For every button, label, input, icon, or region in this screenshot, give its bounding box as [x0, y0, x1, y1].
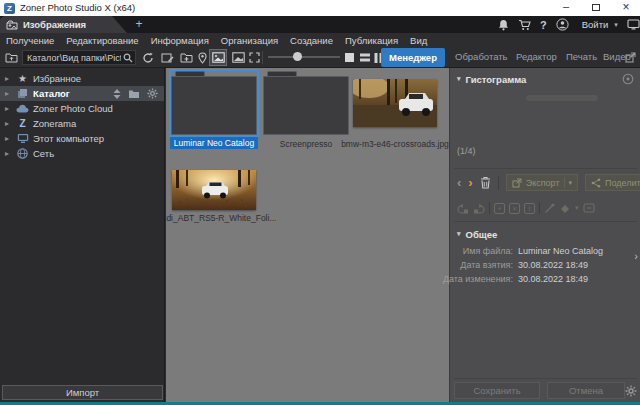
- export-split: [564, 177, 565, 188]
- login-button[interactable]: Войти: [582, 19, 609, 30]
- panel-scroll-arrow-icon[interactable]: ›: [634, 250, 638, 262]
- tree-expand-icon[interactable]: ▸: [5, 134, 12, 143]
- folder-thumb-screenpresso[interactable]: [263, 71, 349, 135]
- maximize-button[interactable]: [582, 0, 610, 16]
- refresh-icon[interactable]: [140, 50, 155, 65]
- histogram-title: Гистограмма: [466, 74, 527, 85]
- second-display-icon[interactable]: [627, 19, 640, 30]
- label-caret-icon[interactable]: ▾: [575, 204, 579, 212]
- sidebar-item-zoner-photo-cloud[interactable]: ▸ Zoner Photo Cloud: [0, 101, 164, 116]
- path-search-input[interactable]: [22, 50, 136, 65]
- sidebar-item-network[interactable]: ▸ Сеть: [0, 146, 164, 161]
- image-thumb-bmw[interactable]: [353, 79, 437, 127]
- export-button[interactable]: Экспорт ▾: [506, 174, 578, 191]
- cancel-button[interactable]: Отмена: [547, 382, 625, 399]
- tree-expand-icon[interactable]: ▸: [5, 104, 12, 113]
- tree-expand-icon[interactable]: ▸: [5, 149, 12, 158]
- folder-thumb-luminar-neo-catalog[interactable]: [171, 71, 257, 135]
- menu-acquire[interactable]: Получение: [0, 35, 60, 46]
- menu-publish[interactable]: Публикация: [339, 35, 404, 46]
- new-tab-button[interactable]: +: [132, 17, 146, 32]
- computer-icon: [16, 133, 29, 144]
- thumbnail-size-slider-knob[interactable]: [293, 52, 302, 61]
- panel-edit-bar: + × i ▾: [457, 202, 595, 214]
- rotate-right-icon[interactable]: [473, 203, 485, 214]
- rotate-left-icon[interactable]: [457, 203, 469, 214]
- trash-icon[interactable]: [480, 176, 491, 189]
- browser-view-icon[interactable]: [209, 49, 227, 66]
- histogram-page-indicator: (1/4): [457, 146, 476, 156]
- fit-view-icon[interactable]: [247, 50, 261, 65]
- menu-create[interactable]: Создание: [284, 35, 339, 46]
- login-caret-icon[interactable]: ▾: [614, 21, 618, 29]
- mode-tab-editor[interactable]: Редактор: [516, 51, 557, 62]
- sidebar-item-this-computer[interactable]: ▸ Этот компьютер: [0, 131, 164, 146]
- menu-view[interactable]: Вид: [404, 35, 433, 46]
- sidebar-item-favorites[interactable]: ▸ ★ Избранное: [0, 71, 164, 86]
- export-caret-icon[interactable]: ▾: [569, 179, 573, 187]
- audi-photo: [172, 170, 256, 210]
- general-section-header[interactable]: ▾ Общее: [450, 226, 640, 242]
- next-icon[interactable]: ›: [468, 175, 472, 190]
- folder-settings-icon[interactable]: [128, 89, 140, 99]
- menu-information[interactable]: Информация: [145, 35, 215, 46]
- copy-add-icon[interactable]: +: [494, 203, 505, 214]
- histogram-section-header[interactable]: ▾ Гистограмма: [450, 71, 640, 87]
- info-panel: ▾ Гистограмма (1/4) ‹ › Экспорт ▾: [449, 68, 640, 402]
- picker-icon[interactable]: [544, 203, 555, 214]
- menu-edit[interactable]: Редактирование: [60, 35, 144, 46]
- preview-icon[interactable]: [230, 50, 246, 65]
- panel-separator: [454, 168, 637, 169]
- collapse-caret-icon[interactable]: ▾: [457, 75, 461, 83]
- tree-expand-icon[interactable]: ▸: [5, 74, 12, 83]
- info-label: Дата изменения:: [443, 274, 513, 284]
- map-pin-icon[interactable]: [196, 50, 208, 65]
- thumbnail-size-slider-track[interactable]: [268, 56, 340, 58]
- notifications-bell-icon[interactable]: [498, 19, 509, 31]
- tab-images[interactable]: Изображения: [0, 16, 127, 33]
- document-tab-bar: Изображения + ? Войти ▾ ▾: [0, 16, 640, 33]
- folder-up-icon[interactable]: [4, 50, 19, 65]
- mode-tab-manager[interactable]: Менеджер: [381, 48, 445, 67]
- mode-tab-develop[interactable]: Обработать: [455, 51, 508, 62]
- sort-icon[interactable]: [113, 89, 121, 99]
- gear-icon[interactable]: [147, 88, 158, 99]
- tree-expand-icon[interactable]: ▸: [5, 119, 12, 128]
- sidebar-item-zonerama[interactable]: ▸ Z Zonerama: [0, 116, 164, 131]
- help-icon[interactable]: ?: [540, 19, 547, 31]
- account-icon[interactable]: [556, 18, 569, 31]
- undock-icon[interactable]: [624, 51, 637, 64]
- close-button[interactable]: ×: [612, 0, 640, 16]
- maximize-icon: [592, 4, 600, 11]
- tree-expand-icon[interactable]: ▸: [5, 89, 12, 98]
- sidebar-item-catalog[interactable]: ▸ Каталог: [0, 86, 164, 101]
- tab-images-label: Изображения: [23, 19, 86, 30]
- minimize-button[interactable]: –: [552, 0, 580, 16]
- copy-info-icon[interactable]: i: [524, 203, 535, 214]
- panel-settings-gear-icon[interactable]: [625, 385, 637, 397]
- label-color-icon[interactable]: [559, 203, 571, 214]
- new-folder-icon[interactable]: [178, 50, 194, 65]
- view-list-icon[interactable]: [358, 51, 371, 64]
- search-icon[interactable]: [122, 52, 134, 64]
- images-tab-icon: [6, 20, 18, 30]
- general-title: Общее: [466, 229, 498, 240]
- save-button[interactable]: Сохранить: [454, 382, 540, 399]
- tag-icon[interactable]: [583, 203, 595, 213]
- mode-tab-print[interactable]: Печать: [566, 51, 597, 62]
- info-value: 30.08.2022 18:49: [518, 274, 588, 284]
- image-thumb-audi[interactable]: [172, 170, 256, 210]
- grid-item-label: Audi_ABT_RS5-R_White_Foli...: [166, 213, 272, 223]
- menu-organize[interactable]: Организация: [215, 35, 284, 46]
- quick-edit-icon[interactable]: [159, 50, 175, 65]
- sidebar-item-label: Каталог: [33, 88, 70, 99]
- shop-cart-icon[interactable]: [518, 19, 531, 31]
- histogram-settings-icon[interactable]: [622, 73, 634, 85]
- import-button[interactable]: Импорт: [2, 385, 163, 400]
- collapse-caret-icon[interactable]: ▾: [457, 230, 461, 238]
- copy-remove-icon[interactable]: ×: [509, 203, 520, 214]
- view-grid-icon[interactable]: [343, 51, 356, 64]
- panel-separator: [454, 221, 637, 222]
- previous-icon[interactable]: ‹: [457, 175, 461, 190]
- share-button[interactable]: Поделиться: [585, 174, 640, 191]
